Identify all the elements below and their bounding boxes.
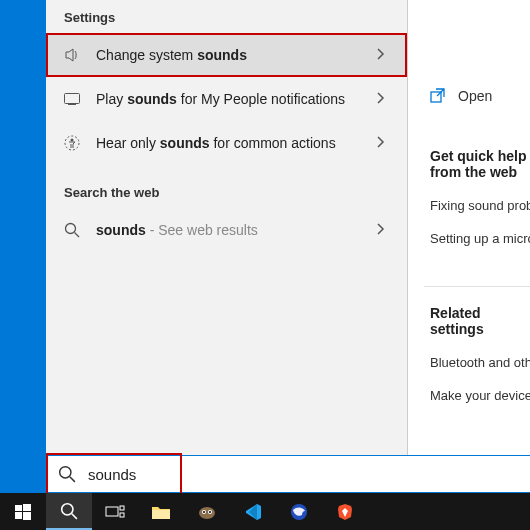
svg-point-22 (203, 511, 205, 513)
settings-header: Settings (46, 0, 407, 33)
svg-line-8 (70, 477, 75, 482)
divider (424, 286, 530, 287)
svg-rect-10 (23, 504, 31, 511)
svg-rect-9 (15, 505, 22, 511)
open-icon (430, 88, 446, 104)
svg-rect-16 (120, 506, 124, 510)
svg-rect-17 (120, 513, 124, 517)
gimp-icon[interactable] (184, 493, 230, 530)
detail-panel: Open Get quick help from the web Fixing … (408, 0, 530, 455)
svg-line-5 (75, 233, 80, 238)
vscode-icon[interactable] (230, 493, 276, 530)
svg-point-13 (62, 503, 73, 514)
svg-point-23 (209, 511, 211, 513)
search-web-header: Search the web (46, 175, 407, 208)
svg-rect-0 (65, 94, 80, 104)
open-button[interactable]: Open (430, 88, 530, 104)
svg-rect-11 (15, 512, 22, 519)
svg-point-7 (60, 467, 71, 478)
svg-rect-12 (23, 512, 31, 520)
start-button[interactable] (0, 493, 46, 530)
chevron-right-icon (369, 46, 393, 64)
search-results-panel: Settings Change system sounds Play sound… (46, 0, 408, 455)
search-icon (60, 222, 84, 238)
chevron-right-icon (369, 221, 393, 239)
taskbar (0, 493, 530, 530)
result-label: Play sounds for My People notifications (84, 91, 369, 108)
svg-rect-15 (106, 507, 118, 516)
thunderbird-icon[interactable] (276, 493, 322, 530)
quick-help-header: Get quick help from the web (430, 148, 530, 180)
result-hear-only-sounds[interactable]: Hear only sounds for common actions (46, 121, 407, 165)
search-input[interactable] (88, 466, 530, 483)
svg-point-3 (71, 139, 74, 142)
svg-rect-18 (152, 510, 170, 519)
search-icon (46, 465, 88, 483)
result-label: sounds - See web results (84, 222, 369, 239)
chevron-right-icon (369, 90, 393, 108)
speaker-icon (60, 47, 84, 63)
result-label: Hear only sounds for common actions (84, 135, 369, 152)
brave-icon[interactable] (322, 493, 368, 530)
accessibility-icon (60, 135, 84, 151)
taskview-button[interactable] (92, 493, 138, 530)
result-web-search[interactable]: sounds - See web results (46, 208, 407, 252)
taskbar-search-button[interactable] (46, 493, 92, 530)
svg-point-19 (199, 507, 215, 519)
screen-icon (60, 93, 84, 105)
svg-line-14 (72, 513, 77, 518)
result-label: Change system sounds (84, 47, 369, 64)
file-explorer-icon[interactable] (138, 493, 184, 530)
related-link[interactable]: Make your device easier to hear (430, 388, 530, 403)
quick-help-link[interactable]: Fixing sound problems (430, 198, 530, 213)
svg-point-2 (65, 136, 79, 150)
svg-rect-1 (68, 104, 76, 105)
related-settings-header: Related settings (430, 305, 530, 337)
related-link[interactable]: Bluetooth and other devices (430, 355, 530, 370)
search-bar[interactable] (46, 455, 530, 493)
result-change-system-sounds[interactable]: Change system sounds (46, 33, 407, 77)
svg-point-4 (66, 224, 76, 234)
chevron-right-icon (369, 134, 393, 152)
result-play-sounds-mypeople[interactable]: Play sounds for My People notifications (46, 77, 407, 121)
quick-help-link[interactable]: Setting up a microphone (430, 231, 530, 246)
